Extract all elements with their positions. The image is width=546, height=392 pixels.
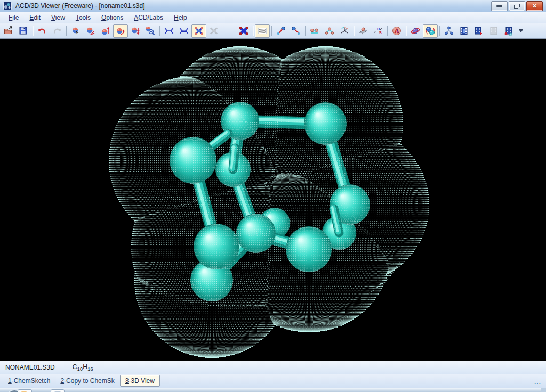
molecule-canvas[interactable] bbox=[0, 39, 546, 361]
taskbar-sliver bbox=[0, 388, 546, 392]
statusbar: NONAME01.S3D C10H16 bbox=[0, 361, 546, 374]
chevron-down-icon bbox=[519, 30, 523, 32]
close-icon: ✕ bbox=[532, 3, 537, 9]
undo-button[interactable] bbox=[35, 24, 50, 38]
minimize-icon bbox=[496, 5, 502, 7]
show-desktop-button[interactable] bbox=[541, 388, 546, 392]
toolbar-separator bbox=[159, 26, 160, 36]
toolbar-options-button[interactable] bbox=[517, 24, 524, 37]
svg-text:A: A bbox=[395, 27, 399, 35]
spacefill-button[interactable] bbox=[236, 24, 251, 38]
menu-item-view[interactable]: View bbox=[46, 12, 70, 23]
taskbar-button-2[interactable] bbox=[51, 389, 65, 392]
window-controls: ✕ bbox=[490, 1, 543, 11]
add-hydrogen-icon bbox=[276, 26, 286, 36]
fragment-button[interactable] bbox=[441, 24, 456, 38]
redo-icon bbox=[52, 26, 62, 36]
toolbar-separator bbox=[305, 26, 306, 36]
open-button[interactable] bbox=[1, 24, 16, 38]
save-button[interactable] bbox=[16, 24, 31, 38]
save-icon bbox=[19, 26, 28, 36]
move-atoms-button[interactable] bbox=[83, 24, 98, 38]
auto-rotate-icon bbox=[425, 26, 435, 36]
menu-item-options[interactable]: Options bbox=[96, 12, 129, 23]
titlebar: ACD/3D Viewer (Freeware) - [noname01.s3d… bbox=[0, 0, 546, 12]
mirror-plane-button[interactable] bbox=[356, 24, 371, 38]
movie-new-button[interactable] bbox=[501, 24, 516, 38]
menu-item-acdlabs[interactable]: ACD/Labs bbox=[129, 12, 168, 23]
toolbar-separator bbox=[387, 26, 388, 36]
movie-icon bbox=[459, 26, 469, 36]
toolbar-separator bbox=[66, 26, 67, 36]
tabrow: 1-ChemSketch2-Copy to ChemSk3-3D View... bbox=[0, 374, 546, 388]
add-hydrogen-button[interactable] bbox=[274, 24, 288, 38]
remove-hydrogen-icon bbox=[291, 26, 301, 36]
zoom-in-icon bbox=[146, 26, 155, 36]
stereo-rs-icon: RS bbox=[373, 26, 383, 36]
bond-angle-button[interactable] bbox=[322, 24, 337, 38]
toolbar-separator bbox=[406, 26, 406, 36]
menu-item-edit[interactable]: Edit bbox=[24, 12, 46, 23]
tab-copy-to-chemsk[interactable]: 2-Copy to ChemSk bbox=[55, 375, 119, 387]
restore-button[interactable] bbox=[509, 1, 525, 11]
minimize-button[interactable] bbox=[491, 1, 508, 11]
translate-up-button[interactable] bbox=[98, 24, 113, 38]
remove-hydrogen-button[interactable] bbox=[288, 24, 303, 38]
undo-icon bbox=[37, 26, 47, 36]
bond-angle-icon bbox=[325, 26, 334, 36]
redo-button bbox=[50, 24, 65, 38]
app-icon bbox=[3, 2, 12, 10]
torsion-angle-button[interactable] bbox=[337, 24, 352, 38]
zoom-in-button[interactable] bbox=[143, 24, 158, 38]
dots-model-button bbox=[221, 24, 236, 38]
toolbar-separator bbox=[271, 26, 272, 36]
pick-atom-icon bbox=[71, 26, 81, 36]
sticks-button bbox=[206, 24, 221, 38]
status-formula: C10H16 bbox=[73, 363, 93, 372]
auto-rotate-button[interactable] bbox=[423, 24, 438, 38]
torsion-angle-icon bbox=[340, 26, 349, 36]
ball-and-stick-icon bbox=[194, 26, 204, 36]
dot-surface-icon bbox=[258, 26, 267, 36]
toolbar-separator bbox=[439, 26, 440, 36]
optimize-3d-button[interactable] bbox=[408, 24, 423, 38]
open-icon bbox=[4, 26, 13, 36]
movie-add-button[interactable] bbox=[471, 24, 486, 38]
menu-item-file[interactable]: File bbox=[3, 12, 24, 23]
spacefill-icon bbox=[239, 26, 248, 36]
stereo-rs-button[interactable]: RS bbox=[371, 24, 386, 38]
taskbar-button-1[interactable] bbox=[18, 389, 32, 392]
status-filename: NONAME01.S3D bbox=[5, 364, 55, 371]
tab-overflow[interactable]: ... bbox=[534, 378, 541, 386]
bond-length-button[interactable] bbox=[307, 24, 322, 38]
window-title: ACD/3D Viewer (Freeware) - [noname01.s3d… bbox=[15, 2, 145, 10]
dots-model-icon bbox=[224, 26, 234, 36]
movie-button[interactable] bbox=[456, 24, 471, 38]
viewport-3d[interactable] bbox=[0, 39, 546, 361]
wireframe-button[interactable] bbox=[162, 24, 176, 38]
atom-labels-icon: A bbox=[392, 26, 402, 36]
tab-chemsketch[interactable]: 1-ChemSketch bbox=[3, 375, 55, 387]
sticks-icon bbox=[209, 26, 219, 36]
ball-and-stick-button[interactable] bbox=[191, 24, 206, 38]
rotate-icon bbox=[116, 26, 125, 36]
translate-down-button[interactable] bbox=[128, 24, 143, 38]
taskbar-separator bbox=[34, 389, 34, 392]
menu-item-tools[interactable]: Tools bbox=[70, 12, 96, 23]
move-atoms-icon bbox=[86, 26, 95, 36]
menu-item-help[interactable]: Help bbox=[168, 12, 192, 23]
translate-down-icon bbox=[131, 26, 140, 36]
tab-3d-view[interactable]: 3-3D View bbox=[120, 375, 160, 387]
toolbar: RSA bbox=[0, 23, 546, 39]
pick-atom-button[interactable] bbox=[68, 24, 83, 38]
atom-labels-button[interactable]: A bbox=[389, 24, 404, 38]
movie-frames-button bbox=[486, 24, 501, 38]
rotate-button[interactable] bbox=[113, 24, 128, 38]
movie-frames-icon bbox=[489, 26, 499, 36]
close-button[interactable]: ✕ bbox=[526, 1, 543, 11]
wireframe-icon bbox=[164, 26, 174, 36]
menubar: FileEditViewToolsOptionsACD/LabsHelp bbox=[0, 12, 546, 23]
fragment-icon bbox=[444, 26, 454, 36]
dot-surface-button[interactable] bbox=[255, 24, 270, 38]
wireframe-double-button[interactable] bbox=[176, 24, 191, 38]
